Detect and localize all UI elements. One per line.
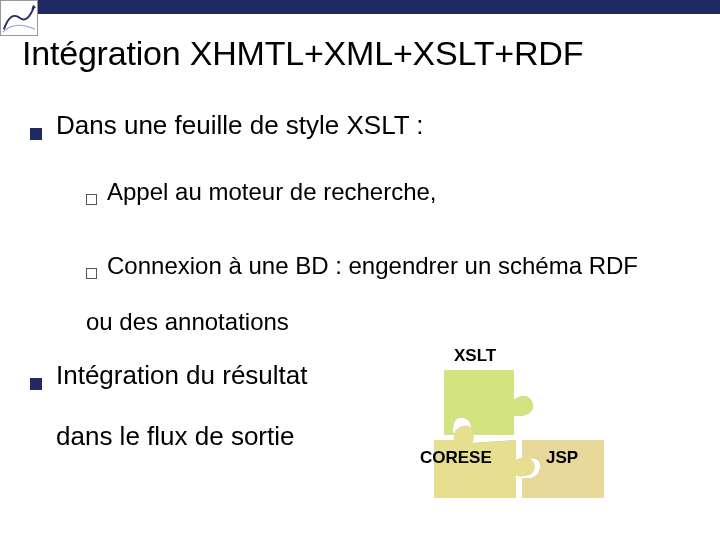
puzzle-svg <box>404 340 704 520</box>
puzzle-diagram: XSLT CORESE JSP <box>404 340 704 520</box>
square-bullet-icon <box>30 128 42 140</box>
sub-bullets: Appel au moteur de recherche, Connexion … <box>86 169 690 288</box>
bullet-text: Intégration du résultat <box>56 360 308 391</box>
label-xslt: XSLT <box>454 346 496 366</box>
logo-icon <box>1 1 37 35</box>
bullet-text: Dans une feuille de style XSLT : <box>56 110 424 141</box>
sub-bullet-text: Appel au moteur de recherche, <box>107 169 437 215</box>
hollow-square-icon <box>86 268 97 279</box>
bullet-level2: Appel au moteur de recherche, <box>86 169 690 215</box>
slide: Intégration XHMTL+XML+XSLT+RDF Dans une … <box>0 0 720 540</box>
body-content: Dans une feuille de style XSLT : Appel a… <box>30 110 690 336</box>
bullet-level2: Connexion à une BD : engendrer un schéma… <box>86 243 690 289</box>
sub1-rest: au moteur de recherche, <box>168 178 436 205</box>
bullet-level1: Dans une feuille de style XSLT : <box>30 110 690 141</box>
label-corese: CORESE <box>420 448 492 468</box>
square-bullet-icon <box>30 378 42 390</box>
slide-title: Intégration XHMTL+XML+XSLT+RDF <box>22 34 583 73</box>
sub2-rest: à une BD : engendrer un schéma RDF <box>222 252 638 279</box>
hollow-square-icon <box>86 194 97 205</box>
sub1-prefix: Appel <box>107 178 168 205</box>
sub2-prefix: Connexion <box>107 252 222 279</box>
top-accent-bar <box>0 0 720 14</box>
label-jsp: JSP <box>546 448 578 468</box>
logo-badge <box>0 0 38 36</box>
puzzle-piece-xslt <box>444 370 533 435</box>
sub-bullet-text: Connexion à une BD : engendrer un schéma… <box>107 243 638 289</box>
sub2-tail: ou des annotations <box>86 308 690 336</box>
